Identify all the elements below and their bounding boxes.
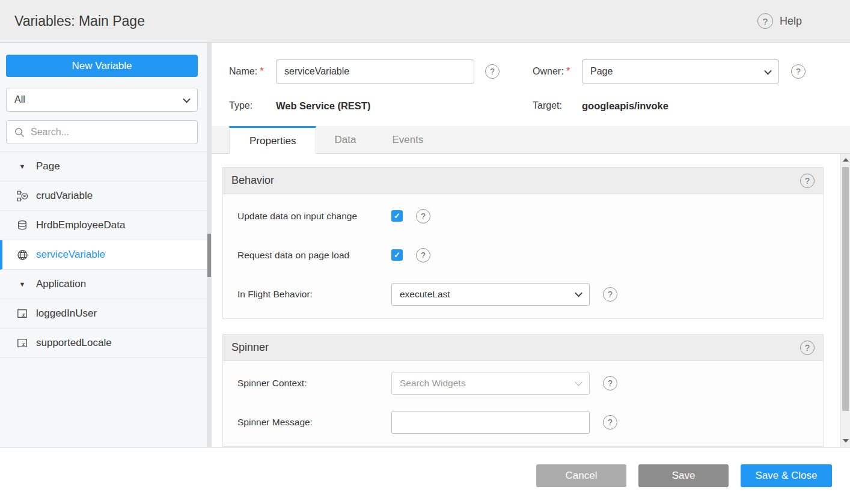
variable-form-header: Name: * ? Owner: * Page ? Type: Web Serv…	[212, 43, 850, 113]
save-and-close-button[interactable]: Save & Close	[741, 464, 832, 487]
request-data-row: Request data on page load ✓ ?	[223, 235, 823, 275]
variable-filter-select[interactable]: All	[6, 88, 198, 112]
svg-text:x: x	[22, 312, 25, 318]
globe-icon	[16, 249, 29, 261]
tab-data[interactable]: Data	[316, 126, 374, 153]
update-data-row: Update data on input change ✓ ?	[223, 196, 823, 235]
content-scrollbar-track[interactable]	[840, 154, 850, 447]
help-label: Help	[780, 15, 802, 28]
variable-label: HrdbEmployeeData	[36, 219, 125, 231]
variable-label: supportedLocale	[36, 337, 112, 349]
variable-label: serviceVariable	[36, 249, 105, 261]
behavior-section-title: Behavior	[231, 174, 274, 187]
variables-dialog: Variables: Main Page ? Help New Variable…	[0, 0, 850, 504]
variable-row-loggedinuser[interactable]: x loggedInUser	[0, 299, 207, 329]
caret-down-icon[interactable]: ▼	[16, 163, 29, 170]
variables-sidebar: New Variable All ▼ Page	[0, 43, 212, 447]
owner-help-icon[interactable]: ?	[791, 64, 806, 79]
type-label: Type:	[229, 100, 276, 111]
variable-filter-value: All	[14, 94, 25, 105]
behavior-section: Behavior ? Update data on input change ✓…	[222, 167, 824, 319]
required-marker: *	[260, 66, 264, 76]
tab-bar: Properties Data Events	[212, 126, 850, 154]
crud-variable-icon	[16, 190, 29, 202]
spinner-section: Spinner ? Spinner Context: Search Widget…	[222, 334, 824, 447]
target-label: Target:	[533, 100, 582, 111]
variable-label: crudVariable	[36, 190, 93, 202]
update-data-checkbox[interactable]: ✓	[391, 210, 403, 222]
help-icon[interactable]: ?	[757, 13, 773, 29]
group-row-page[interactable]: ▼ Page	[0, 152, 207, 181]
request-data-label: Request data on page load	[237, 250, 391, 261]
in-flight-behavior-select[interactable]: executeLast	[391, 283, 590, 306]
name-help-icon[interactable]: ?	[485, 64, 500, 79]
chevron-down-icon	[575, 378, 582, 386]
name-label: Name: *	[229, 66, 276, 77]
spinner-message-help-icon[interactable]: ?	[603, 415, 617, 430]
in-flight-behavior-label: In Flight Behavior:	[237, 289, 391, 300]
variable-search[interactable]	[6, 120, 198, 144]
variable-list: ▼ Page crudV	[0, 151, 207, 358]
dialog-footer: Cancel Save Save & Close	[0, 447, 850, 504]
static-variable-icon: x	[16, 308, 29, 319]
search-icon	[14, 127, 25, 138]
spinner-context-row: Spinner Context: Search Widgets ?	[223, 363, 823, 402]
spinner-context-select[interactable]: Search Widgets	[391, 372, 590, 395]
help-link[interactable]: ? Help	[757, 13, 802, 29]
chevron-down-icon	[183, 95, 191, 103]
variable-row-crudvariable[interactable]: crudVariable	[0, 181, 207, 211]
properties-tab-content: Behavior ? Update data on input change ✓…	[212, 154, 850, 447]
group-label: Page	[36, 160, 60, 172]
static-variable-icon: x	[16, 338, 29, 348]
in-flight-behavior-row: In Flight Behavior: executeLast ?	[223, 275, 823, 314]
spinner-help-icon[interactable]: ?	[800, 341, 815, 355]
chevron-down-icon	[575, 290, 582, 297]
chevron-down-icon	[764, 67, 772, 74]
request-data-checkbox[interactable]: ✓	[391, 249, 403, 261]
type-value: Web Service (REST)	[276, 100, 533, 112]
required-marker: *	[566, 66, 570, 76]
update-data-help-icon[interactable]: ?	[416, 209, 430, 223]
content-scrollbar-thumb[interactable]	[842, 167, 849, 411]
variable-row-servicevariable-selected[interactable]: serviceVariable	[0, 240, 207, 270]
spinner-section-title: Spinner	[231, 341, 269, 354]
save-button[interactable]: Save	[638, 464, 729, 487]
caret-down-icon[interactable]: ▼	[16, 281, 29, 288]
database-icon	[16, 220, 29, 231]
tab-events[interactable]: Events	[374, 126, 441, 153]
spinner-message-row: Spinner Message: ?	[223, 402, 823, 442]
owner-label: Owner: *	[533, 66, 582, 77]
variable-row-supportedlocale[interactable]: x supportedLocale	[0, 329, 207, 358]
spinner-message-label: Spinner Message:	[237, 417, 391, 428]
target-value: googleapis/invoke	[582, 100, 668, 112]
spinner-context-placeholder: Search Widgets	[400, 378, 465, 389]
cancel-button[interactable]: Cancel	[536, 464, 626, 487]
update-data-label: Update data on input change	[237, 211, 391, 222]
new-variable-button[interactable]: New Variable	[6, 55, 198, 77]
owner-value: Page	[590, 66, 613, 77]
spinner-message-input[interactable]	[391, 411, 590, 434]
in-flight-behavior-value: executeLast	[400, 289, 450, 300]
page-title: Variables: Main Page	[14, 13, 145, 29]
tab-properties[interactable]: Properties	[229, 126, 316, 154]
variable-row-hrdbemployeedata[interactable]: HrdbEmployeeData	[0, 211, 207, 240]
variable-detail-panel: Name: * ? Owner: * Page ? Type: Web Serv…	[212, 43, 850, 447]
search-input[interactable]	[31, 127, 189, 138]
group-label: Application	[36, 278, 86, 290]
in-flight-behavior-help-icon[interactable]: ?	[603, 287, 617, 302]
scroll-up-icon[interactable]	[843, 158, 849, 162]
dialog-header: Variables: Main Page ? Help	[0, 0, 850, 43]
spinner-context-label: Spinner Context:	[237, 378, 391, 389]
owner-select[interactable]: Page	[582, 59, 779, 83]
sidebar-scrollbar-thumb[interactable]	[207, 234, 211, 277]
scroll-down-icon[interactable]	[843, 439, 849, 443]
group-row-application[interactable]: ▼ Application	[0, 270, 207, 299]
behavior-help-icon[interactable]: ?	[800, 174, 815, 188]
name-input[interactable]	[276, 59, 474, 83]
spinner-context-help-icon[interactable]: ?	[603, 376, 617, 390]
request-data-help-icon[interactable]: ?	[416, 248, 430, 263]
variable-label: loggedInUser	[36, 308, 97, 320]
svg-text:x: x	[22, 341, 25, 347]
